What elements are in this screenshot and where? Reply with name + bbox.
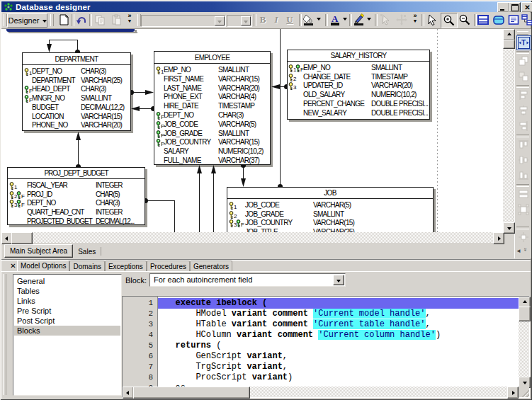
send-to-back-button[interactable] [516, 69, 530, 83]
panel-tab-model-options[interactable]: Model Options [17, 260, 69, 271]
canvas-hscrollbar[interactable] [1, 232, 503, 243]
align-bottom-button[interactable] [516, 168, 530, 182]
pointer-button[interactable] [424, 13, 439, 27]
disabled-pointer-button[interactable] [378, 13, 393, 27]
minimize-button[interactable] [497, 2, 509, 13]
list-item-tables[interactable]: Tables [14, 286, 120, 296]
same-size-button[interactable] [516, 202, 530, 216]
more-buttons-chevron[interactable]: »▼ [410, 13, 420, 28]
fill-color-button[interactable] [301, 13, 317, 27]
scroll-right-button[interactable] [493, 232, 504, 244]
center-button[interactable] [516, 230, 530, 244]
new-note-button[interactable] [506, 13, 521, 27]
editor-code-area[interactable]: execute ibeblock ( HModel variant commen… [158, 297, 519, 387]
designer-menu-button[interactable]: Designer [7, 13, 47, 28]
chevron-down-icon[interactable] [343, 18, 347, 21]
paste-button[interactable] [108, 13, 123, 27]
subject-area-tab-sales[interactable]: Sales [73, 245, 101, 258]
entity-proj_dept_budget[interactable]: PROJ_DEPT_BUDGET1FISCAL_YEARINTEGER2FPRO… [7, 167, 145, 225]
undo-button[interactable] [74, 13, 89, 27]
entity-column-row: OLD_SALARYNUMERIC(10,2) [288, 91, 429, 100]
entity-department[interactable]: DEPARTMENT1DEPT_NOCHAR(3)DEPARTMENTVARCH… [22, 52, 131, 131]
maximize-button[interactable] [509, 2, 521, 13]
entity-employee[interactable]: EMPLOYEE1EMP_NOSMALLINTFIRST_NAMEVARCHAR… [154, 51, 271, 165]
toolbar-grip [517, 31, 528, 35]
copy-button[interactable] [92, 13, 107, 27]
scroll-up-button[interactable] [503, 29, 515, 40]
resize-grip[interactable] [519, 387, 529, 397]
entity-job[interactable]: JOB1JOB_CODEVARCHAR(5)2JOB_GRADESMALLINT… [227, 187, 434, 232]
font-name-combobox[interactable] [141, 15, 226, 27]
code-keyword: execute ibeblock ( [176, 298, 268, 308]
align-center-button[interactable] [516, 103, 530, 117]
entity-column-row: BUDGETDECIMAL(12,2) [23, 103, 130, 113]
align-middle-icon [518, 154, 529, 166]
model-options-list[interactable]: GeneralTablesLinksPre ScriptPost ScriptB… [13, 274, 122, 396]
list-item-general[interactable]: General [14, 276, 120, 286]
panel-tab-exceptions[interactable]: Exceptions [105, 261, 147, 271]
title-bar[interactable]: Database designer [1, 1, 531, 12]
align-middle-button[interactable] [516, 153, 530, 166]
code-editor[interactable]: 123456789 execute ibeblock ( HModel vari… [122, 296, 530, 398]
align-left-button[interactable] [516, 88, 530, 101]
vscroll-thumb[interactable] [503, 40, 515, 49]
zoom-out-button[interactable] [457, 13, 472, 27]
bold-button[interactable]: B [256, 13, 269, 27]
zoom-in-button[interactable] [441, 13, 458, 28]
bring-to-front-button[interactable] [516, 54, 530, 67]
editor-horizontal-scrollbar[interactable] [123, 387, 519, 397]
more-tabs-chevron-icon[interactable]: » [522, 248, 528, 251]
entity-title: SALARY_HISTORY [288, 50, 429, 62]
entity-salary_history[interactable]: SALARY_HISTORY1FEMP_NOSMALLINT2CHANGE_DA… [287, 50, 430, 120]
panel-grip[interactable] [3, 274, 6, 395]
font-size-combobox[interactable] [227, 15, 252, 27]
block-combobox[interactable]: For each autoincrement field [149, 273, 346, 287]
chevron-down-icon[interactable] [317, 18, 321, 21]
column-type: VARCHAR(20) [81, 121, 122, 130]
panel-tab-procedures[interactable]: Procedures [147, 261, 190, 271]
disabled-plus-button[interactable] [394, 13, 409, 27]
scroll-right-button[interactable] [507, 387, 519, 399]
scroll-down-button[interactable] [503, 222, 515, 234]
align-right-button[interactable] [516, 119, 530, 132]
offscreen-entity [6, 29, 135, 32]
align-top-button[interactable] [516, 137, 530, 151]
font-color-button[interactable]: A [327, 13, 343, 27]
new-document-button[interactable] [56, 13, 71, 27]
list-item-post-script[interactable]: Post Script [14, 316, 120, 326]
underline-button[interactable]: U [283, 13, 296, 27]
close-button[interactable]: ✕ [521, 2, 532, 13]
editor-vertical-scrollbar[interactable] [519, 297, 529, 387]
panel-tab-domains[interactable]: Domains [69, 261, 104, 271]
canvas-vscrollbar[interactable] [503, 29, 514, 232]
code-text: HColumn [160, 330, 237, 340]
autosize-button[interactable]: T [516, 35, 531, 50]
copy-icon [94, 14, 106, 25]
hscroll-thumb[interactable] [133, 387, 250, 399]
new-table-button[interactable] [476, 13, 490, 27]
entity-column-row: NEW_SALARYDOUBLE PRECISI... [288, 109, 429, 118]
zoom-in-icon [443, 14, 455, 27]
window-title: Database designer [16, 3, 91, 11]
tab-label: Exceptions [108, 263, 143, 270]
more-buttons-chevron[interactable]: »▼ [125, 13, 135, 28]
new-subject-area-button[interactable] [521, 13, 532, 27]
highlight-color-button[interactable] [351, 13, 367, 27]
code-keyword: variant [252, 372, 288, 382]
chevron-down-icon[interactable] [367, 18, 371, 21]
new-view-button[interactable] [492, 13, 506, 27]
italic-button[interactable]: I [270, 13, 283, 27]
scroll-left-button[interactable] [123, 387, 134, 399]
tab-scroll-left-icon[interactable]: ◄ [516, 248, 521, 254]
combobox-dropdown-button[interactable] [333, 275, 344, 285]
subject-area-tab-main-subject-area[interactable]: Main Subject Area [4, 244, 73, 258]
list-item-blocks[interactable]: Blocks [14, 326, 120, 336]
list-item-pre-script[interactable]: Pre Script [14, 306, 120, 316]
diagram-canvas[interactable]: DEPARTMENT1DEPT_NOCHAR(3)DEPARTMENTVARCH… [1, 29, 503, 232]
list-item-links[interactable]: Links [14, 296, 120, 306]
same-width-button[interactable] [516, 187, 530, 200]
vscroll-thumb[interactable] [519, 307, 531, 321]
panel-tab-generators[interactable]: Generators [190, 261, 232, 271]
hscroll-thumb[interactable] [11, 232, 33, 244]
block-combobox-value: For each autoincrement field [154, 275, 252, 284]
